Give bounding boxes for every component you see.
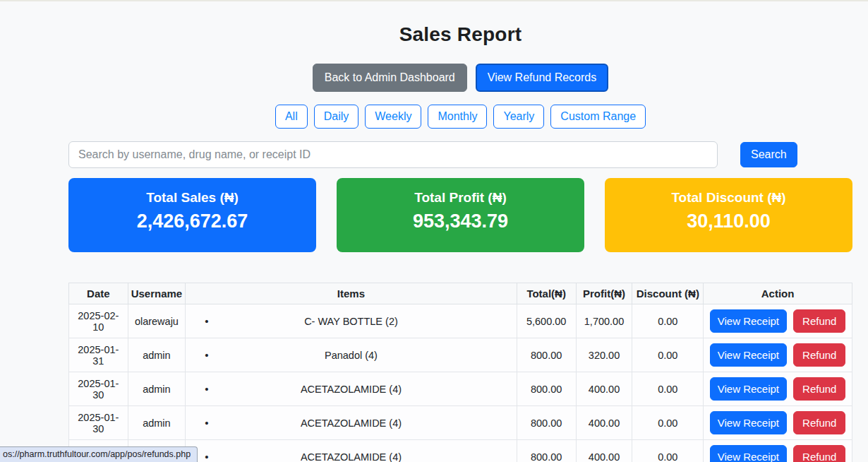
page-title: Sales Report (68, 23, 852, 46)
cell-total: 5,600.00 (517, 304, 576, 338)
filter-all-button[interactable]: All (275, 105, 308, 129)
cell-items: C- WAY BOTTLE (2) (186, 304, 517, 338)
view-receipt-button[interactable]: View Receipt (710, 309, 787, 333)
header-username: Username (128, 283, 186, 304)
cell-date: 2025-01-30 (69, 372, 128, 406)
table-row: 2025-01-30 admin ACETAZOLAMIDE (4) 800.0… (69, 406, 852, 440)
cell-total: 800.00 (517, 372, 576, 406)
cell-discount: 0.00 (632, 372, 704, 406)
cell-profit: 400.00 (576, 372, 632, 406)
view-receipt-button[interactable]: View Receipt (710, 377, 787, 401)
refund-button[interactable]: Refund (793, 309, 845, 333)
cell-date: 2025-01-31 (69, 338, 128, 372)
cell-profit: 320.00 (576, 338, 632, 372)
cell-action: View Receipt Refund (704, 372, 852, 406)
header-total: Total(₦) (517, 283, 576, 304)
filter-daily-button[interactable]: Daily (314, 105, 359, 129)
refund-button[interactable]: Refund (793, 377, 845, 401)
filter-row: All Daily Weekly Monthly Yearly Custom R… (68, 105, 852, 129)
total-profit-card: Total Profit (₦) 953,343.79 (337, 178, 584, 252)
total-discount-label: Total Discount (₦) (605, 190, 852, 206)
total-sales-value: 2,426,672.67 (68, 211, 316, 232)
total-profit-value: 953,343.79 (337, 211, 584, 232)
filter-monthly-button[interactable]: Monthly (428, 105, 487, 129)
cell-discount: 0.00 (632, 406, 704, 440)
cell-date: 2025-01-30 (69, 406, 128, 440)
cell-username: admin (128, 338, 186, 372)
cell-username: admin (128, 406, 186, 440)
header-date: Date (69, 283, 128, 304)
filter-weekly-button[interactable]: Weekly (365, 105, 421, 129)
refund-button[interactable]: Refund (793, 411, 845, 434)
cell-items: ACETAZOLAMIDE (4) (186, 440, 517, 462)
main-container: Sales Report Back to Admin Dashboard Vie… (68, 23, 852, 462)
cell-items: ACETAZOLAMIDE (4) (186, 406, 517, 440)
cell-action: View Receipt Refund (704, 406, 852, 440)
search-input[interactable] (68, 141, 718, 168)
table-row: 2025-01-30 admin ACETAZOLAMIDE (4) 800.0… (69, 372, 852, 406)
cell-action: View Receipt Refund (704, 440, 852, 462)
cell-discount: 0.00 (632, 304, 704, 338)
cell-profit: 1,700.00 (576, 304, 632, 338)
back-to-dashboard-button[interactable]: Back to Admin Dashboard (313, 64, 467, 92)
cell-username: admin (128, 372, 186, 406)
total-discount-card: Total Discount (₦) 30,110.00 (605, 178, 852, 252)
cell-discount: 0.00 (632, 338, 704, 372)
cell-total: 800.00 (517, 440, 576, 462)
cell-action: View Receipt Refund (704, 304, 852, 338)
search-button[interactable]: Search (740, 142, 797, 167)
refund-button[interactable]: Refund (793, 343, 845, 367)
sales-table-header: Date Username Items Total(₦) Profit(₦) D… (69, 283, 852, 304)
total-discount-value: 30,110.00 (605, 211, 852, 232)
cell-profit: 400.00 (576, 440, 632, 462)
filter-yearly-button[interactable]: Yearly (493, 105, 544, 129)
nav-buttons-row: Back to Admin Dashboard View Refund Reco… (68, 64, 852, 92)
refund-button[interactable]: Refund (793, 445, 845, 462)
cell-action: View Receipt Refund (704, 338, 852, 372)
summary-cards-row: Total Sales (₦) 2,426,672.67 Total Profi… (68, 178, 852, 252)
cell-total: 800.00 (517, 406, 576, 440)
cell-profit: 400.00 (576, 406, 632, 440)
header-items: Items (186, 283, 517, 304)
cell-items: Panadol (4) (186, 338, 517, 372)
total-sales-label: Total Sales (₦) (68, 190, 316, 206)
view-receipt-button[interactable]: View Receipt (710, 445, 787, 462)
cell-items: ACETAZOLAMIDE (4) (186, 372, 517, 406)
table-row: 2025-01-31 admin Panadol (4) 800.00 320.… (69, 338, 852, 372)
view-receipt-button[interactable]: View Receipt (710, 343, 787, 367)
cell-date: 2025-02-10 (69, 304, 128, 338)
search-row: Search (68, 141, 852, 168)
header-action: Action (704, 283, 852, 304)
total-sales-card: Total Sales (₦) 2,426,672.67 (68, 178, 316, 252)
view-refund-records-button[interactable]: View Refund Records (476, 64, 608, 92)
browser-status-bar: os://pharm.truthfultour.com/app/pos/refu… (0, 446, 198, 462)
total-profit-label: Total Profit (₦) (337, 190, 584, 206)
cell-discount: 0.00 (632, 440, 704, 462)
sales-table: Date Username Items Total(₦) Profit(₦) D… (68, 283, 852, 462)
cell-total: 800.00 (517, 338, 576, 372)
table-row: 2025-02-10 olarewaju C- WAY BOTTLE (2) 5… (69, 304, 852, 338)
cell-username: olarewaju (128, 304, 186, 338)
header-discount: Discount (₦) (632, 283, 704, 304)
header-profit: Profit(₦) (576, 283, 632, 304)
filter-custom-range-button[interactable]: Custom Range (550, 105, 646, 129)
view-receipt-button[interactable]: View Receipt (710, 411, 787, 434)
